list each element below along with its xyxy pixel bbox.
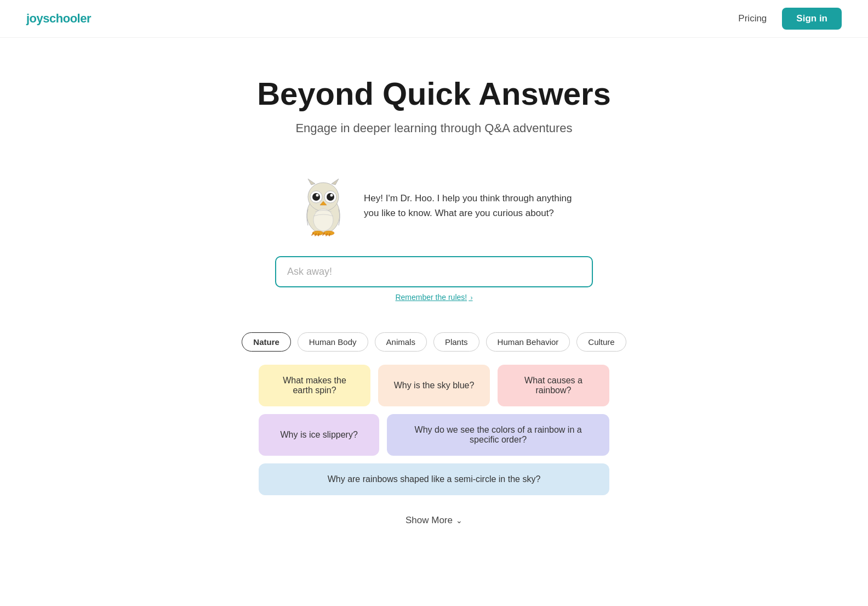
question-card-q2[interactable]: Why is the sky blue? [378,365,490,406]
search-input[interactable] [275,256,593,287]
question-card-q4[interactable]: Why is ice slippery? [259,414,379,456]
svg-marker-2 [308,179,315,185]
chevron-down-icon: ⌄ [456,516,462,525]
show-more-section: Show More ⌄ [0,515,868,526]
hero-title: Beyond Quick Answers [11,76,857,111]
category-tabs: NatureHuman BodyAnimalsPlantsHuman Behav… [187,332,681,352]
svg-marker-3 [332,179,339,185]
pricing-link[interactable]: Pricing [738,13,767,24]
svg-point-13 [323,231,334,235]
cards-row-1: What makes the earth spin?Why is the sky… [259,365,609,406]
question-card-q1[interactable]: What makes the earth spin? [259,365,370,406]
cards-row-2: Why is ice slippery?Why do we see the co… [259,414,609,456]
question-card-q6[interactable]: Why are rainbows shaped like a semi-circ… [259,463,609,495]
owl-icon [296,176,351,236]
question-card-q5[interactable]: Why do we see the colors of a rainbow in… [387,414,609,456]
rules-link[interactable]: Remember the rules! › [395,293,472,302]
search-section: Remember the rules! › [275,256,593,302]
navbar: joyschooler Pricing Sign in [0,0,868,38]
show-more-label: Show More [406,515,453,526]
chevron-right-icon: › [469,294,472,302]
svg-line-19 [329,234,330,236]
mascot-owl [296,176,351,236]
speech-bubble: Hey! I'm Dr. Hoo. I help you think throu… [364,191,572,220]
svg-point-9 [330,194,333,196]
nav-right: Pricing Sign in [738,8,842,30]
svg-point-11 [313,209,333,231]
site-logo[interactable]: joyschooler [26,12,91,26]
category-tab-animals[interactable]: Animals [375,332,427,352]
svg-point-6 [312,193,320,201]
question-card-q3[interactable]: What causes a rainbow? [498,365,609,406]
signin-button[interactable]: Sign in [782,8,842,30]
category-tab-culture[interactable]: Culture [576,332,626,352]
cards-row-3: Why are rainbows shaped like a semi-circ… [259,463,609,495]
mascot-row: Hey! I'm Dr. Hoo. I help you think throu… [248,176,620,236]
svg-point-12 [312,231,323,235]
hero-section: Beyond Quick Answers Engage in deeper le… [0,38,868,146]
category-tab-human-body[interactable]: Human Body [298,332,368,352]
svg-point-7 [327,193,334,201]
show-more-button[interactable]: Show More ⌄ [406,515,462,526]
questions-grid: What makes the earth spin?Why is the sky… [248,365,620,495]
category-tab-human-behavior[interactable]: Human Behavior [486,332,570,352]
category-tab-nature[interactable]: Nature [242,332,291,352]
category-tab-plants[interactable]: Plants [433,332,479,352]
svg-line-16 [318,234,319,236]
hero-subtitle: Engage in deeper learning through Q&A ad… [11,121,857,135]
svg-point-8 [316,194,319,196]
